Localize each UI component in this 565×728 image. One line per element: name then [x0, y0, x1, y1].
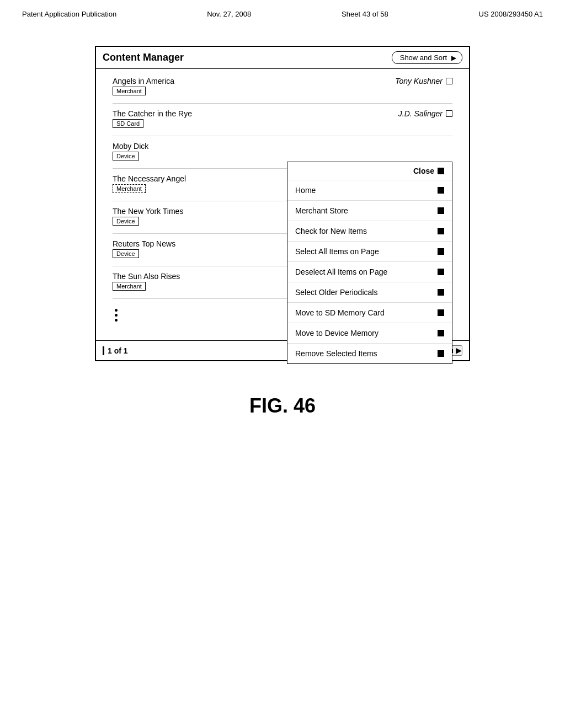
dropdown-item-move-sd[interactable]: Move to SD Memory Card — [287, 303, 452, 323]
item-checkbox[interactable] — [446, 78, 452, 84]
device-frame: Content Manager Show and Sort ▶ Angels i… — [95, 46, 470, 361]
item-title: Reuters Top News — [113, 239, 175, 248]
item-title: Moby Dick — [113, 142, 148, 151]
item-badge: Merchant — [113, 87, 146, 95]
dropdown-item-icon — [438, 248, 444, 255]
item-title: The New York Times — [113, 207, 183, 216]
dropdown-item-label: Check for New Items — [295, 227, 367, 235]
dropdown-item-select-all[interactable]: Select All Items on Page — [287, 242, 452, 262]
close-label: Close — [413, 167, 434, 175]
dropdown-item-icon — [438, 330, 444, 336]
dropdown-item-label: Remove Selected Items — [295, 349, 377, 358]
item-title: The Catcher in the Rye — [113, 109, 192, 118]
page-indicator: 1 of 1 — [103, 346, 128, 355]
dropdown-menu: Close Home Merchant Store Check for New … — [287, 162, 452, 364]
dot-icon — [115, 314, 118, 317]
show-sort-arrow: ▶ — [451, 54, 456, 62]
dot-icon — [115, 319, 118, 322]
patent-left-text: Patent Application Publication — [22, 10, 116, 18]
dropdown-item-icon — [438, 187, 444, 194]
dropdown-item-move-device[interactable]: Move to Device Memory — [287, 323, 452, 344]
dropdown-item-icon — [438, 207, 444, 214]
patent-header: Patent Application Publication Nov. 27, … — [0, 0, 565, 24]
item-author: J.D. Salinger — [398, 109, 452, 118]
show-sort-button[interactable]: Show and Sort ▶ — [392, 51, 462, 64]
dropdown-item-label: Select All Items on Page — [295, 247, 379, 256]
item-badge: Merchant — [113, 282, 146, 291]
item-author: Tony Kushner — [395, 77, 452, 85]
item-title: The Necessary Angel — [113, 174, 186, 183]
dropdown-item-icon — [438, 289, 444, 296]
dropdown-item-check-new[interactable]: Check for New Items — [287, 221, 452, 242]
item-checkbox[interactable] — [446, 110, 452, 117]
dropdown-item-label: Move to Device Memory — [295, 329, 379, 338]
list-item: Moby Dick Device Close Home Merchant Sto… — [113, 140, 452, 163]
dot-icon — [115, 309, 118, 312]
item-badge: Device — [113, 152, 139, 160]
item-title: Angels in America — [113, 77, 174, 85]
dropdown-item-icon — [438, 350, 444, 357]
dropdown-item-label: Home — [295, 186, 316, 195]
figure-caption: FIG. 46 — [249, 394, 316, 417]
dropdown-close-row[interactable]: Close — [287, 162, 452, 180]
dropdown-item-deselect-all[interactable]: Deselect All Items on Page — [287, 262, 452, 282]
patent-sheet: Sheet 43 of 58 — [342, 10, 388, 18]
dropdown-item-select-older[interactable]: Select Older Periodicals — [287, 282, 452, 303]
main-content: Content Manager Show and Sort ▶ Angels i… — [0, 24, 565, 417]
dropdown-item-home[interactable]: Home — [287, 180, 452, 201]
show-sort-label: Show and Sort — [400, 53, 447, 62]
item-badge: SD Card — [113, 119, 143, 128]
menu-arrow: ▶ — [456, 346, 461, 355]
dropdown-item-label: Merchant Store — [295, 206, 348, 215]
dropdown-item-icon — [438, 228, 444, 234]
item-title: The Sun Also Rises — [113, 272, 180, 281]
patent-number: US 2008/293450 A1 — [479, 10, 543, 18]
content-manager-title: Content Manager — [103, 52, 184, 63]
dots-area — [113, 307, 118, 322]
item-badge: Device — [113, 217, 139, 226]
item-badge: Device — [113, 249, 139, 258]
dropdown-item-icon — [438, 269, 444, 275]
content-list: Angels in America Tony Kushner Merchant … — [96, 69, 469, 360]
item-badge-dashed: Merchant — [113, 184, 146, 193]
close-square-icon — [438, 168, 444, 174]
dropdown-item-label: Move to SD Memory Card — [295, 308, 385, 317]
patent-date: Nov. 27, 2008 — [207, 10, 251, 18]
dropdown-item-label: Deselect All Items on Page — [295, 267, 387, 276]
dropdown-item-icon — [438, 309, 444, 316]
list-item: Angels in America Tony Kushner Merchant — [113, 74, 452, 98]
dropdown-item-merchant-store[interactable]: Merchant Store — [287, 201, 452, 221]
dropdown-item-label: Select Older Periodicals — [295, 288, 377, 297]
device-topbar: Content Manager Show and Sort ▶ — [96, 47, 469, 69]
dropdown-item-remove[interactable]: Remove Selected Items — [287, 344, 452, 363]
list-item: The Catcher in the Rye J.D. Salinger SD … — [113, 107, 452, 130]
